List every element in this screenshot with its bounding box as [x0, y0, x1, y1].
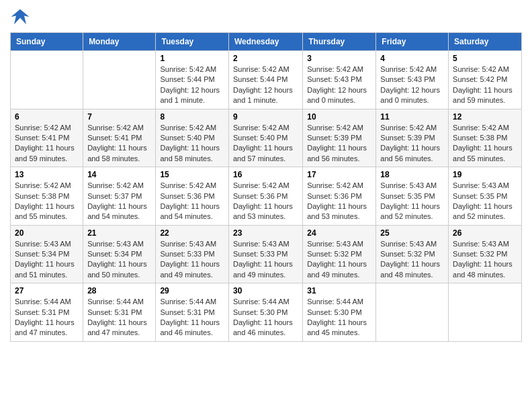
calendar-week-row: 13Sunrise: 5:42 AM Sunset: 5:38 PM Dayli… — [11, 167, 522, 226]
day-info: Sunrise: 5:42 AM Sunset: 5:39 PM Dayligh… — [380, 123, 444, 165]
day-number: 14 — [87, 170, 151, 179]
calendar-cell: 11Sunrise: 5:42 AM Sunset: 5:39 PM Dayli… — [376, 109, 449, 167]
svg-marker-0 — [11, 9, 30, 25]
day-info: Sunrise: 5:42 AM Sunset: 5:44 PM Dayligh… — [233, 64, 298, 106]
day-info: Sunrise: 5:44 AM Sunset: 5:31 PM Dayligh… — [87, 297, 151, 338]
calendar-header-row: SundayMondayTuesdayWednesdayThursdayFrid… — [11, 33, 522, 51]
day-info: Sunrise: 5:43 AM Sunset: 5:35 PM Dayligh… — [380, 181, 444, 222]
day-number: 1 — [160, 54, 224, 63]
calendar-cell: 26Sunrise: 5:43 AM Sunset: 5:32 PM Dayli… — [449, 225, 522, 283]
day-number: 7 — [87, 112, 151, 122]
column-header-thursday: Thursday — [303, 33, 376, 51]
calendar-cell: 8Sunrise: 5:42 AM Sunset: 5:40 PM Daylig… — [156, 109, 229, 167]
calendar-cell: 23Sunrise: 5:43 AM Sunset: 5:33 PM Dayli… — [228, 225, 302, 283]
page-header — [10, 7, 522, 27]
day-number: 21 — [87, 228, 151, 238]
calendar-cell: 28Sunrise: 5:44 AM Sunset: 5:31 PM Dayli… — [83, 283, 156, 342]
day-info: Sunrise: 5:42 AM Sunset: 5:44 PM Dayligh… — [160, 64, 224, 106]
day-info: Sunrise: 5:42 AM Sunset: 5:38 PM Dayligh… — [15, 181, 79, 222]
day-number: 8 — [160, 112, 224, 122]
calendar-cell: 27Sunrise: 5:44 AM Sunset: 5:31 PM Dayli… — [11, 283, 83, 342]
calendar-cell: 10Sunrise: 5:42 AM Sunset: 5:39 PM Dayli… — [303, 109, 376, 167]
day-number: 31 — [307, 286, 371, 295]
day-number: 2 — [233, 54, 298, 63]
calendar-cell — [83, 51, 156, 109]
day-info: Sunrise: 5:42 AM Sunset: 5:36 PM Dayligh… — [160, 181, 224, 222]
calendar-week-row: 20Sunrise: 5:43 AM Sunset: 5:34 PM Dayli… — [11, 225, 522, 283]
calendar-cell: 6Sunrise: 5:42 AM Sunset: 5:41 PM Daylig… — [11, 109, 83, 167]
day-number: 12 — [453, 112, 517, 122]
day-info: Sunrise: 5:42 AM Sunset: 5:40 PM Dayligh… — [160, 123, 224, 165]
calendar-cell — [11, 51, 83, 109]
day-number: 23 — [233, 228, 298, 238]
calendar-cell: 30Sunrise: 5:44 AM Sunset: 5:30 PM Dayli… — [228, 283, 302, 342]
calendar-cell: 9Sunrise: 5:42 AM Sunset: 5:40 PM Daylig… — [228, 109, 302, 167]
day-info: Sunrise: 5:42 AM Sunset: 5:38 PM Dayligh… — [453, 123, 517, 165]
day-info: Sunrise: 5:42 AM Sunset: 5:36 PM Dayligh… — [307, 181, 371, 222]
day-info: Sunrise: 5:43 AM Sunset: 5:34 PM Dayligh… — [87, 239, 151, 281]
day-number: 3 — [307, 54, 371, 63]
calendar-table: SundayMondayTuesdayWednesdayThursdayFrid… — [10, 32, 522, 342]
day-number: 20 — [15, 228, 79, 238]
day-info: Sunrise: 5:42 AM Sunset: 5:42 PM Dayligh… — [453, 64, 517, 106]
column-header-sunday: Sunday — [11, 33, 83, 51]
column-header-friday: Friday — [376, 33, 449, 51]
day-info: Sunrise: 5:42 AM Sunset: 5:40 PM Dayligh… — [233, 123, 298, 165]
day-info: Sunrise: 5:44 AM Sunset: 5:30 PM Dayligh… — [307, 297, 371, 338]
day-info: Sunrise: 5:42 AM Sunset: 5:41 PM Dayligh… — [87, 123, 151, 165]
day-info: Sunrise: 5:43 AM Sunset: 5:32 PM Dayligh… — [453, 239, 517, 281]
calendar-week-row: 27Sunrise: 5:44 AM Sunset: 5:31 PM Dayli… — [11, 283, 522, 342]
logo-icon — [10, 7, 30, 27]
day-number: 16 — [233, 170, 298, 179]
calendar-cell: 20Sunrise: 5:43 AM Sunset: 5:34 PM Dayli… — [11, 225, 83, 283]
calendar-cell: 4Sunrise: 5:42 AM Sunset: 5:43 PM Daylig… — [376, 51, 449, 109]
calendar-cell: 1Sunrise: 5:42 AM Sunset: 5:44 PM Daylig… — [156, 51, 229, 109]
calendar-cell: 19Sunrise: 5:43 AM Sunset: 5:35 PM Dayli… — [449, 167, 522, 226]
day-number: 17 — [307, 170, 371, 179]
day-number: 26 — [453, 228, 517, 238]
day-info: Sunrise: 5:42 AM Sunset: 5:43 PM Dayligh… — [307, 64, 371, 106]
column-header-monday: Monday — [83, 33, 156, 51]
calendar-cell: 5Sunrise: 5:42 AM Sunset: 5:42 PM Daylig… — [449, 51, 522, 109]
day-number: 27 — [15, 286, 79, 295]
day-number: 18 — [380, 170, 444, 179]
day-number: 19 — [453, 170, 517, 179]
day-info: Sunrise: 5:44 AM Sunset: 5:31 PM Dayligh… — [15, 297, 79, 338]
calendar-cell: 14Sunrise: 5:42 AM Sunset: 5:37 PM Dayli… — [83, 167, 156, 226]
logo — [10, 7, 33, 27]
column-header-wednesday: Wednesday — [228, 33, 302, 51]
calendar-cell: 3Sunrise: 5:42 AM Sunset: 5:43 PM Daylig… — [303, 51, 376, 109]
calendar-cell — [376, 283, 449, 342]
day-number: 9 — [233, 112, 298, 122]
day-number: 10 — [307, 112, 371, 122]
calendar-cell: 2Sunrise: 5:42 AM Sunset: 5:44 PM Daylig… — [228, 51, 302, 109]
day-info: Sunrise: 5:42 AM Sunset: 5:37 PM Dayligh… — [87, 181, 151, 222]
calendar-cell: 13Sunrise: 5:42 AM Sunset: 5:38 PM Dayli… — [11, 167, 83, 226]
day-number: 4 — [380, 54, 444, 63]
day-info: Sunrise: 5:43 AM Sunset: 5:32 PM Dayligh… — [380, 239, 444, 281]
day-number: 11 — [380, 112, 444, 122]
day-number: 29 — [160, 286, 224, 295]
day-info: Sunrise: 5:42 AM Sunset: 5:36 PM Dayligh… — [233, 181, 298, 222]
calendar-cell — [449, 283, 522, 342]
calendar-week-row: 6Sunrise: 5:42 AM Sunset: 5:41 PM Daylig… — [11, 109, 522, 167]
calendar-cell: 16Sunrise: 5:42 AM Sunset: 5:36 PM Dayli… — [228, 167, 302, 226]
calendar-cell: 24Sunrise: 5:43 AM Sunset: 5:32 PM Dayli… — [303, 225, 376, 283]
day-number: 28 — [87, 286, 151, 295]
day-info: Sunrise: 5:43 AM Sunset: 5:34 PM Dayligh… — [15, 239, 79, 281]
day-number: 5 — [453, 54, 517, 63]
calendar-week-row: 1Sunrise: 5:42 AM Sunset: 5:44 PM Daylig… — [11, 51, 522, 109]
day-info: Sunrise: 5:42 AM Sunset: 5:43 PM Dayligh… — [380, 64, 444, 106]
calendar-cell: 17Sunrise: 5:42 AM Sunset: 5:36 PM Dayli… — [303, 167, 376, 226]
calendar-cell: 15Sunrise: 5:42 AM Sunset: 5:36 PM Dayli… — [156, 167, 229, 226]
calendar-cell: 31Sunrise: 5:44 AM Sunset: 5:30 PM Dayli… — [303, 283, 376, 342]
column-header-tuesday: Tuesday — [156, 33, 229, 51]
day-number: 24 — [307, 228, 371, 238]
day-number: 30 — [233, 286, 298, 295]
day-number: 13 — [15, 170, 79, 179]
day-info: Sunrise: 5:44 AM Sunset: 5:31 PM Dayligh… — [160, 297, 224, 338]
calendar-cell: 25Sunrise: 5:43 AM Sunset: 5:32 PM Dayli… — [376, 225, 449, 283]
calendar-cell: 12Sunrise: 5:42 AM Sunset: 5:38 PM Dayli… — [449, 109, 522, 167]
calendar-cell: 7Sunrise: 5:42 AM Sunset: 5:41 PM Daylig… — [83, 109, 156, 167]
calendar-cell: 18Sunrise: 5:43 AM Sunset: 5:35 PM Dayli… — [376, 167, 449, 226]
